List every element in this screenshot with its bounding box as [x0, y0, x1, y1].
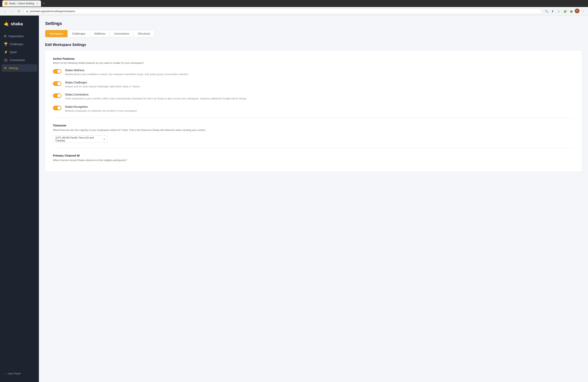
- feature-info-recognition: Shaka Recognition Motivate employees to …: [65, 105, 574, 113]
- tab-connections[interactable]: Connections: [110, 30, 134, 37]
- user-panel-label: User Panel: [8, 372, 21, 375]
- feature-list: Shaka Wellness Weekly fitness and medita…: [53, 69, 574, 113]
- timezone-desc: What timezone are the majority of your e…: [53, 128, 574, 132]
- forward-button[interactable]: →: [9, 9, 15, 14]
- browser-nav-bar: ← → ↻ 🔒 joinshaka.app/admin/settings/wor…: [0, 7, 588, 16]
- toggle-knob-connections: [57, 94, 61, 97]
- logo-text: shaka: [11, 21, 23, 26]
- sidebar-item-organization[interactable]: ⊞ Organization: [1, 32, 37, 40]
- timezone-value: (UTC-08:00) Pacific Time (US and Canada): [55, 136, 104, 142]
- sidebar-item-challenges[interactable]: 🏆 Challenges: [1, 40, 37, 48]
- active-features-desc: Which of the following Shaka features do…: [53, 62, 574, 64]
- page-title: Settings: [45, 21, 582, 26]
- toggle-switch-wellness[interactable]: [53, 69, 62, 74]
- sidebar-item-spark[interactable]: ⚡ Spark: [1, 48, 37, 56]
- extensions-button[interactable]: 🧩: [562, 9, 568, 14]
- settings-tabs: Workspace Challenges Wellness Connection…: [45, 30, 155, 37]
- challenges-icon: 🏆: [4, 42, 8, 46]
- menu-button[interactable]: ⋮: [580, 9, 586, 14]
- primary-channel-desc: What channel should Shaka reference to f…: [53, 158, 574, 162]
- sidebar-item-label-spark: Spark: [10, 51, 17, 54]
- primary-channel-title: Primary Channel ID: [53, 154, 574, 157]
- tab-wellness[interactable]: Wellness: [90, 30, 110, 37]
- feature-name-challenges: Shaka Challenges: [65, 81, 574, 84]
- toggle-switch-challenges[interactable]: [53, 81, 62, 86]
- reload-button[interactable]: ↻: [16, 9, 22, 14]
- feature-desc-challenges: Unique and fun team-based challenges rig…: [65, 85, 574, 88]
- user-panel-arrow: →: [4, 372, 6, 375]
- sidebar-logo: 🤙 shaka: [0, 20, 39, 32]
- toggle-switch-connections[interactable]: [53, 93, 62, 98]
- profile-avatar[interactable]: P: [575, 9, 579, 13]
- section-divider-1: [53, 118, 574, 118]
- sidebar-item-settings[interactable]: ⚙ Settings: [1, 64, 37, 72]
- tab-close-button[interactable]: ✕: [36, 2, 39, 5]
- active-features-title: Active Features: [53, 57, 574, 60]
- timezone-section: Timezone What timezone are the majority …: [53, 124, 574, 143]
- organization-icon: ⊞: [4, 34, 6, 38]
- toggle-connections[interactable]: [53, 93, 62, 98]
- browser-tab[interactable]: 🤙 Shaka - Culture Building ✕: [2, 0, 41, 7]
- new-tab-button[interactable]: +: [41, 1, 46, 6]
- settings-card: Active Features Which of the following S…: [45, 51, 582, 172]
- browser-top-bar: 🤙 Shaka - Culture Building ✕ +: [0, 0, 588, 7]
- feature-row-recognition: Shaka Recognition Motivate employees to …: [53, 105, 574, 113]
- section-divider-2: [53, 148, 574, 149]
- tab-favicon: 🤙: [5, 2, 7, 5]
- app-layout: 🤙 shaka ⊞ Organization 🏆 Challenges ⚡ Sp…: [0, 16, 588, 382]
- feature-info-challenges: Shaka Challenges Unique and fun team-bas…: [65, 81, 574, 88]
- cast-button[interactable]: ▣: [568, 9, 574, 14]
- sidebar-item-label-challenges: Challenges: [10, 42, 23, 46]
- browser-chrome: 🤙 Shaka - Culture Building ✕ + ← → ↻ 🔒 j…: [0, 0, 588, 16]
- toggle-wellness[interactable]: [53, 69, 62, 74]
- feature-name-recognition: Shaka Recognition: [65, 105, 574, 108]
- address-bar[interactable]: 🔒 joinshaka.app/admin/settings/workspace: [23, 9, 542, 14]
- feature-name-wellness: Shaka Wellness: [65, 69, 574, 72]
- main-content: Settings Workspace Challenges Wellness C…: [39, 16, 588, 382]
- feature-desc-recognition: Motivate employees to celebrate one-anot…: [65, 109, 574, 113]
- sidebar-item-connections[interactable]: 🎥 Connections: [1, 56, 37, 64]
- connections-icon: 🎥: [4, 58, 8, 62]
- tab-title: Shaka - Culture Building: [9, 2, 34, 5]
- toggle-knob-wellness: [57, 70, 61, 73]
- toggle-recognition[interactable]: [53, 106, 62, 110]
- sidebar-nav: ⊞ Organization 🏆 Challenges ⚡ Spark 🎥 Co…: [0, 32, 39, 369]
- feature-info-wellness: Shaka Wellness Weekly fitness and medita…: [65, 69, 574, 76]
- lock-icon: 🔒: [26, 10, 29, 12]
- feature-row-wellness: Shaka Wellness Weekly fitness and medita…: [53, 69, 574, 76]
- chevron-down-icon: ▾: [104, 138, 105, 140]
- logo-icon: 🤙: [4, 21, 9, 26]
- active-features-section: Active Features Which of the following S…: [53, 57, 574, 113]
- sidebar-item-label-settings: Settings: [9, 66, 19, 70]
- feature-desc-connections: Invite employees to join monthly coffee …: [65, 97, 574, 101]
- edit-workspace-title: Edit Workspace Settings: [45, 43, 582, 47]
- bookmark-button[interactable]: ☆: [556, 9, 562, 14]
- tab-shoutouts[interactable]: Shoutouts: [134, 30, 154, 37]
- browser-nav-actions: 🔍 ⬆ ☆ 🧩 ▣ P ⋮: [544, 9, 586, 14]
- feature-row-challenges: Shaka Challenges Unique and fun team-bas…: [53, 81, 574, 88]
- toggle-knob-recognition: [57, 106, 61, 110]
- timezone-title: Timezone: [53, 124, 574, 127]
- feature-info-connections: Shaka Connections Invite employees to jo…: [65, 93, 574, 101]
- search-browser-button[interactable]: 🔍: [544, 9, 549, 14]
- user-panel-button[interactable]: → User Panel: [0, 369, 39, 378]
- toggle-knob-challenges: [57, 82, 61, 85]
- settings-icon: ⚙: [4, 66, 7, 70]
- tab-workspace[interactable]: Workspace: [45, 30, 68, 37]
- feature-row-connections: Shaka Connections Invite employees to jo…: [53, 93, 574, 101]
- back-button[interactable]: ←: [2, 9, 8, 14]
- toggle-switch-recognition[interactable]: [53, 106, 62, 110]
- tab-challenges[interactable]: Challenges: [68, 30, 90, 37]
- url-text: joinshaka.app/admin/settings/workspace: [30, 10, 75, 13]
- sidebar-item-label-organization: Organization: [8, 35, 24, 38]
- spark-icon: ⚡: [4, 50, 8, 54]
- feature-desc-wellness: Weekly fitness and meditation content, f…: [65, 72, 574, 76]
- timezone-select[interactable]: (UTC-08:00) Pacific Time (US and Canada)…: [53, 135, 107, 143]
- toggle-challenges[interactable]: [53, 81, 62, 86]
- sidebar-item-label-connections: Connections: [10, 59, 25, 62]
- share-button[interactable]: ⬆: [550, 9, 555, 14]
- feature-name-connections: Shaka Connections: [65, 93, 574, 96]
- primary-channel-section: Primary Channel ID What channel should S…: [53, 154, 574, 162]
- sidebar: 🤙 shaka ⊞ Organization 🏆 Challenges ⚡ Sp…: [0, 16, 39, 382]
